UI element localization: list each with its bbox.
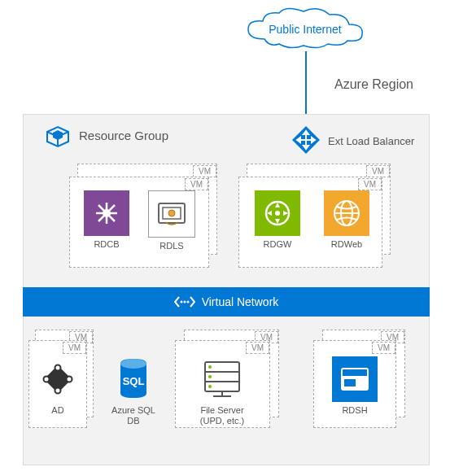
svg-rect-34 bbox=[344, 379, 356, 386]
svg-point-29 bbox=[208, 385, 212, 388]
public-internet-cloud: Public Internet bbox=[240, 7, 370, 51]
svg-point-10 bbox=[275, 211, 280, 216]
virtual-network-bar: Virtual Network bbox=[23, 287, 430, 317]
rdweb-icon bbox=[324, 190, 369, 236]
svg-text:SQL: SQL bbox=[123, 375, 145, 387]
vm-tag: VM bbox=[246, 342, 269, 354]
service-fileserver: File Server (UPD, etc.) bbox=[187, 356, 257, 426]
sql-icon: SQL bbox=[111, 356, 156, 402]
service-rdsh: RDSH bbox=[330, 356, 380, 416]
vm-tag: VM bbox=[366, 165, 390, 177]
ad-icon bbox=[35, 356, 81, 402]
resource-group-icon bbox=[45, 124, 71, 150]
svg-point-27 bbox=[208, 365, 212, 369]
rdsh-icon bbox=[332, 356, 378, 402]
region-label: Azure Region bbox=[334, 77, 413, 92]
service-rdweb: RDWeb bbox=[321, 190, 372, 250]
rdsh-label: RDSH bbox=[330, 405, 380, 416]
sql-label: Azure SQL DB bbox=[108, 405, 159, 426]
svg-rect-33 bbox=[342, 369, 368, 376]
service-rdls: RDLS bbox=[146, 190, 197, 251]
svg-point-28 bbox=[208, 375, 212, 378]
svg-point-21 bbox=[67, 377, 72, 382]
ad-label: AD bbox=[33, 405, 83, 416]
service-rdcb: RDCB bbox=[81, 190, 132, 250]
load-balancer-label: Ext Load Balancer bbox=[328, 135, 414, 147]
svg-point-14 bbox=[180, 301, 182, 304]
rdweb-label: RDWeb bbox=[321, 239, 372, 250]
svg-point-16 bbox=[186, 301, 189, 304]
vm-tag: VM bbox=[185, 178, 208, 190]
vm-tag: VM bbox=[372, 342, 395, 354]
vnet-icon bbox=[174, 295, 195, 309]
vm-tag: VM bbox=[193, 165, 216, 177]
service-ad: AD bbox=[33, 356, 83, 416]
rdcb-label: RDCB bbox=[81, 239, 132, 250]
rdgw-icon bbox=[255, 190, 300, 236]
svg-point-20 bbox=[44, 377, 50, 382]
svg-point-18 bbox=[55, 365, 61, 371]
rdls-icon bbox=[148, 190, 195, 238]
vm-tag: VM bbox=[358, 178, 382, 190]
rdls-label: RDLS bbox=[146, 241, 197, 251]
svg-point-5 bbox=[103, 209, 111, 217]
vm-tag: VM bbox=[63, 342, 86, 354]
fileserver-icon bbox=[199, 356, 245, 402]
fileserver-label: File Server (UPD, etc.) bbox=[187, 405, 257, 426]
svg-point-15 bbox=[183, 301, 186, 304]
svg-point-19 bbox=[55, 388, 61, 394]
svg-point-8 bbox=[168, 210, 175, 216]
service-rdgw: RDGW bbox=[252, 190, 303, 250]
rdgw-label: RDGW bbox=[252, 239, 303, 250]
service-sqldb: SQL Azure SQL DB bbox=[108, 356, 159, 426]
svg-point-22 bbox=[120, 359, 146, 369]
resource-group-label: Resource Group bbox=[79, 129, 168, 142]
rdcb-icon bbox=[84, 190, 129, 236]
cloud-label: Public Internet bbox=[269, 23, 342, 36]
load-balancer-icon bbox=[290, 124, 322, 156]
vnet-label: Virtual Network bbox=[202, 295, 279, 308]
